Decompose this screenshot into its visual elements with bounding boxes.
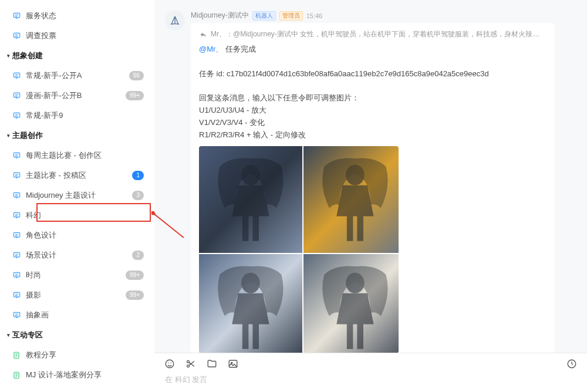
generated-image[interactable] [303, 254, 399, 353]
chat-icon [12, 171, 21, 180]
channel-sidebar: 服务状态调查投票想象创建常规-新手-公开A66漫画-新手-公开B99+常规-新手… [0, 0, 154, 392]
generated-image[interactable] [303, 146, 399, 254]
svg-rect-11 [14, 272, 20, 277]
unread-badge: 99+ [126, 271, 144, 280]
svg-rect-2 [14, 73, 20, 77]
admin-tag: 管理员 [279, 11, 303, 21]
svg-rect-8 [14, 212, 20, 217]
sidebar-item[interactable]: MJ 设计-落地案例分享 [0, 365, 154, 385]
sidebar-item[interactable]: 主题比赛 - 投稿区1 [0, 165, 154, 185]
chat-icon [12, 251, 21, 259]
sidebar-item[interactable]: Midjourney 主题设计3 [0, 185, 154, 205]
sidebar-item[interactable]: 时尚99+ [0, 265, 154, 285]
message-text: V1/V2/V3/V4 - 变化 [199, 117, 546, 129]
chat-icon [12, 72, 21, 80]
message-text: 任务完成 [225, 45, 256, 53]
svg-rect-13 [14, 312, 20, 317]
chat-icon [12, 92, 21, 100]
sidebar-item-label: 时尚 [26, 270, 126, 281]
unread-badge: 99+ [126, 91, 144, 100]
svg-rect-1 [14, 33, 20, 38]
main-panel: Midjourney-测试中机器人管理员15:46Mr、：@Midjourney… [154, 0, 587, 392]
sidebar-item[interactable]: 抽象画 [0, 305, 154, 325]
sidebar-item-label: 常规-新手-公开A [26, 70, 129, 81]
sender-name: Midjourney-测试中 [191, 11, 249, 21]
sidebar-item[interactable]: 常规-新手9 [0, 106, 154, 126]
sidebar-item-label: 每周主题比赛 - 创作区 [26, 150, 144, 161]
composer-toolbar [164, 358, 578, 370]
svg-point-34 [171, 363, 172, 364]
bot-tag: 机器人 [252, 11, 276, 21]
sidebar-group-header[interactable]: 主题创作 [0, 126, 154, 146]
sidebar-group-header[interactable]: 想象创建 [0, 46, 154, 66]
generated-image[interactable] [199, 146, 302, 254]
chat-icon [12, 191, 21, 200]
svg-rect-7 [14, 192, 20, 197]
unread-badge: 99+ [126, 290, 144, 300]
sidebar-item-label: MJ 设计-落地案例分享 [26, 370, 144, 380]
sidebar-item-label: 常规-新手9 [26, 110, 144, 121]
message-text: U1/U2/U3/U4 - 放大 [199, 104, 546, 117]
scissors-icon[interactable] [185, 358, 197, 370]
sidebar-item[interactable]: 调查投票 [0, 26, 154, 46]
doc-icon [12, 351, 21, 359]
sidebar-item-label: 主题比赛 - 投稿区 [26, 170, 132, 181]
sidebar-item-label: Midjourney 主题设计 [26, 190, 132, 201]
sidebar-item[interactable]: 场景设计2 [0, 245, 154, 265]
svg-rect-31 [357, 322, 363, 349]
message-text: 任务 id: c17b021f4d0074d1c63bfe08af6a0aac1… [199, 68, 546, 80]
message-text: R1/R2/R3/R4 + 输入 - 定向修改 [199, 129, 546, 141]
image-grid[interactable] [199, 146, 399, 353]
sidebar-item[interactable]: 漫画-新手-公开B99+ [0, 86, 154, 106]
svg-rect-22 [347, 214, 353, 241]
sidebar-item-label: 教程分享 [26, 350, 144, 360]
svg-rect-4 [14, 113, 20, 117]
sidebar-group-header[interactable]: 互动专区 [0, 325, 154, 345]
avatar[interactable] [165, 11, 185, 31]
svg-rect-5 [14, 153, 20, 157]
sidebar-item-label: 角色设计 [26, 230, 144, 241]
sidebar-item[interactable]: 摄影99+ [0, 285, 154, 305]
svg-point-32 [166, 360, 174, 368]
emoji-icon[interactable] [164, 358, 176, 370]
svg-point-36 [187, 365, 190, 367]
svg-rect-19 [252, 214, 259, 241]
reply-reference[interactable]: Mr、：@Midjourney-测试中 女性，机甲驾驶员，站在机甲下面，穿着机甲… [199, 29, 546, 40]
sidebar-item-label: 漫画-新手-公开B [26, 90, 126, 101]
chat-icon [12, 32, 21, 40]
unread-badge: 3 [132, 191, 144, 200]
sidebar-item[interactable]: 角色设计 [0, 225, 154, 245]
svg-point-33 [168, 363, 169, 364]
chat-icon [12, 111, 21, 120]
message: Midjourney-测试中机器人管理员15:46Mr、：@Midjourney… [165, 11, 574, 353]
mention[interactable]: @Mr、 [199, 45, 223, 53]
svg-rect-26 [242, 322, 249, 349]
sidebar-item-label: 调查投票 [26, 31, 144, 41]
composer-input[interactable]: 在 科幻 发言 [164, 373, 578, 386]
message-text: 回复这条消息，输入以下任意令即可调整图片： [199, 92, 546, 104]
sidebar-item-label: 服务状态 [26, 11, 144, 21]
image-icon[interactable] [227, 358, 239, 370]
message-time: 15:46 [306, 12, 323, 19]
sidebar-item-label: 摄影 [26, 290, 126, 300]
history-icon[interactable] [566, 358, 578, 370]
sidebar-item[interactable]: 教程分享 [0, 345, 154, 365]
sidebar-item-label: 科幻 [26, 210, 144, 221]
sidebar-item[interactable]: 服务状态 [0, 6, 154, 26]
message-list: Midjourney-测试中机器人管理员15:46Mr、：@Midjourney… [154, 0, 587, 353]
svg-rect-10 [14, 252, 20, 257]
svg-rect-9 [14, 232, 20, 237]
svg-point-35 [187, 360, 190, 363]
sidebar-item[interactable]: 常规-新手-公开A66 [0, 66, 154, 86]
svg-rect-18 [242, 214, 249, 241]
chat-icon [12, 151, 21, 160]
chat-icon [12, 231, 21, 239]
svg-rect-23 [357, 214, 363, 241]
folder-icon[interactable] [206, 358, 218, 370]
generated-image[interactable] [199, 254, 302, 353]
sidebar-item-label: 场景设计 [26, 250, 132, 261]
svg-rect-3 [14, 93, 20, 97]
sidebar-item[interactable]: 每周主题比赛 - 创作区 [0, 146, 154, 165]
message-text [199, 56, 546, 68]
sidebar-item[interactable]: 科幻 [0, 205, 154, 225]
